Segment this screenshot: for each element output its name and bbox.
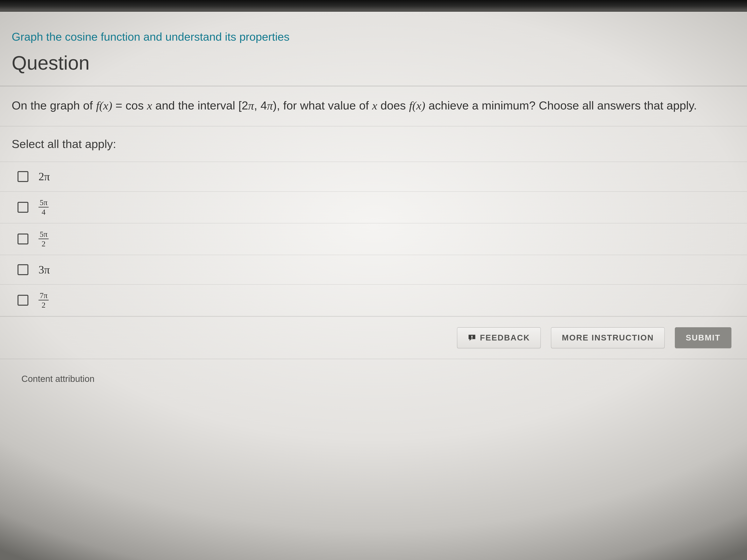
math-x: x [147, 99, 152, 112]
option-row[interactable]: 2π [0, 162, 747, 191]
checkbox[interactable] [18, 171, 28, 182]
option-label: 5π 4 [38, 199, 49, 216]
more-instruction-button[interactable]: MORE INSTRUCTION [551, 327, 665, 348]
option-row[interactable]: 5π 2 [0, 223, 747, 255]
svg-rect-0 [471, 336, 472, 338]
option-row[interactable]: 5π 4 [0, 191, 747, 223]
math-fx: f(x) [96, 99, 112, 112]
fraction: 5π 4 [38, 199, 49, 216]
fraction-denominator: 2 [41, 239, 47, 248]
math-x: x [372, 99, 378, 112]
question-page: Graph the cosine function and understand… [0, 12, 747, 560]
fraction-denominator: 4 [41, 208, 47, 216]
checkbox[interactable] [18, 264, 28, 275]
option-row[interactable]: 3π [0, 255, 747, 284]
math-pi: π [267, 99, 273, 112]
option-label: 5π 2 [38, 231, 49, 248]
math-fx: f(x) [409, 99, 425, 112]
feedback-button[interactable]: FEEDBACK [457, 327, 541, 348]
submit-label: SUBMIT [686, 333, 721, 342]
options-list: 2π 5π 4 5π 2 3π [0, 162, 747, 316]
prompt-text: ), for what value of [273, 99, 372, 112]
prompt-text: and the interval [2 [152, 99, 248, 112]
select-instruction: Select all that apply: [0, 126, 747, 162]
fraction-numerator: 7π [38, 292, 49, 300]
prompt-text: achieve a minimum? Choose all answers th… [425, 99, 697, 112]
option-label: 2π [38, 169, 50, 184]
action-bar: FEEDBACK MORE INSTRUCTION SUBMIT [0, 316, 747, 359]
option-label: 7π 2 [38, 292, 49, 309]
fraction: 5π 2 [38, 231, 49, 248]
prompt-text: , 4 [254, 99, 267, 112]
more-instruction-label: MORE INSTRUCTION [562, 333, 654, 342]
option-row[interactable]: 7π 2 [0, 284, 747, 316]
question-heading: Question [0, 50, 747, 86]
submit-button[interactable]: SUBMIT [675, 327, 731, 348]
checkbox[interactable] [18, 295, 28, 306]
fraction-numerator: 5π [38, 199, 49, 208]
svg-rect-1 [471, 338, 472, 339]
fraction-numerator: 5π [38, 231, 49, 239]
checkbox[interactable] [18, 234, 28, 244]
math-pi: π [248, 99, 254, 112]
option-label: 3π [38, 262, 50, 277]
fraction: 7π 2 [38, 292, 49, 309]
fraction-denominator: 2 [41, 300, 47, 309]
prompt-text: On the graph of [12, 99, 96, 112]
feedback-label: FEEDBACK [480, 333, 530, 342]
prompt-text: = cos [112, 99, 147, 112]
question-prompt: On the graph of f(x) = cos x and the int… [0, 86, 747, 126]
prompt-text: does [377, 99, 409, 112]
window-bezel [0, 0, 747, 12]
topic-title: Graph the cosine function and understand… [0, 12, 747, 50]
speech-bubble-icon [468, 334, 476, 342]
checkbox[interactable] [18, 202, 28, 213]
content-attribution-link[interactable]: Content attribution [0, 359, 747, 408]
